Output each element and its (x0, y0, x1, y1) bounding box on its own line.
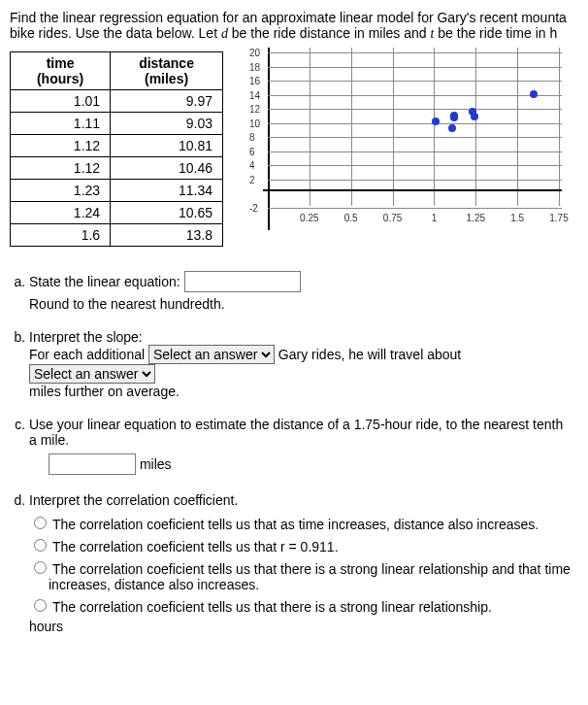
slope-value-select[interactable]: Select an answer (29, 364, 155, 384)
table-row: 1.613.8 (11, 224, 223, 247)
data-point (432, 118, 440, 125)
linear-equation-input[interactable] (184, 271, 301, 292)
radio-input[interactable] (34, 561, 47, 574)
data-point (450, 114, 458, 121)
radio-input[interactable] (34, 517, 47, 529)
radio-option[interactable]: The correlation coeficient tells us that… (49, 596, 578, 615)
table-row: 1.1210.46 (11, 157, 223, 180)
data-point (471, 113, 478, 120)
radio-option[interactable]: The correlation coeficient tells us that… (49, 536, 578, 554)
problem-statement: Find the linear regression equation for … (10, 10, 578, 42)
table-row: 1.119.03 (11, 113, 223, 135)
table-row: 1.019.97 (11, 90, 223, 113)
table-row: 1.2311.34 (11, 180, 223, 202)
col-distance-header: distance (miles) (111, 52, 223, 90)
slope-unit-select[interactable]: Select an answer (148, 345, 275, 364)
radio-input[interactable] (34, 539, 47, 552)
scatter-plot: -224681012141618200.250.50.7511.251.51.7… (243, 51, 572, 236)
data-point (448, 124, 456, 132)
table-row: 1.1210.81 (11, 135, 223, 157)
distance-estimate-input[interactable] (49, 453, 136, 475)
radio-input[interactable] (34, 599, 47, 612)
question-b: Interpret the slope: For each additional… (29, 329, 578, 399)
data-table: time (hours) distance (miles) 1.019.971.… (10, 51, 223, 247)
radio-option[interactable]: The correlation coeficient tells us that… (49, 514, 578, 532)
table-row: 1.2410.65 (11, 202, 223, 224)
radio-option[interactable]: The correlation coeficient tells us that… (49, 558, 578, 592)
col-time-header: time (hours) (11, 52, 111, 90)
question-c: Use your linear equation to estimate the… (29, 417, 578, 475)
data-point (530, 90, 538, 98)
question-a: State the linear equation: Round to the … (29, 271, 578, 312)
question-d: Interpret the correlation coefficient. T… (29, 492, 578, 634)
